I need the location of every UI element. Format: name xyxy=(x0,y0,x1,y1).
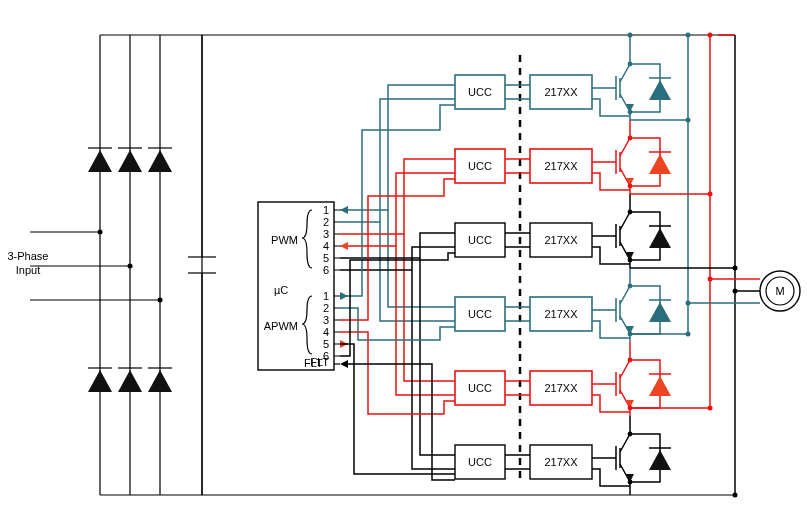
input-label-2: Input xyxy=(16,264,40,276)
rectifier-diode-c-bot xyxy=(148,368,172,392)
svg-text:5: 5 xyxy=(323,252,329,264)
svg-text:UCC: UCC xyxy=(468,382,492,394)
igbt-1 xyxy=(604,35,671,120)
svg-text:UCC: UCC xyxy=(468,456,492,468)
apwm-wiring xyxy=(340,105,455,474)
svg-text:1: 1 xyxy=(323,290,329,302)
svg-text:3: 3 xyxy=(323,228,329,240)
svg-marker-4 xyxy=(118,370,142,392)
three-phase-input: 3-Phase Input xyxy=(8,230,163,303)
svg-point-73 xyxy=(708,406,713,411)
svg-point-53 xyxy=(628,184,633,189)
driver-row-5: UCC 217XX xyxy=(455,371,592,405)
svg-point-7 xyxy=(128,264,133,269)
svg-text:UCC: UCC xyxy=(468,308,492,320)
rectifier-diode-c-top xyxy=(148,148,172,172)
svg-point-74 xyxy=(733,266,738,271)
svg-marker-84 xyxy=(340,206,348,214)
pwm-label: PWM xyxy=(271,234,298,246)
svg-text:UCC: UCC xyxy=(468,86,492,98)
rectifier-diode-b-bot xyxy=(118,368,142,392)
svg-point-57 xyxy=(628,258,633,263)
svg-text:217XX: 217XX xyxy=(544,456,578,468)
svg-point-60 xyxy=(628,284,633,289)
svg-point-56 xyxy=(628,210,633,215)
svg-text:217XX: 217XX xyxy=(544,160,578,172)
svg-point-71 xyxy=(686,332,691,337)
svg-point-81 xyxy=(628,33,633,38)
svg-marker-0 xyxy=(88,150,112,172)
svg-marker-1 xyxy=(118,150,142,172)
svg-text:1: 1 xyxy=(323,204,329,216)
igbt-2 xyxy=(604,120,671,194)
inverter-diagram: 3-Phase Input 1 2 3 4 5 6 PWM µC 1 2 3 4… xyxy=(0,0,807,519)
svg-text:4: 4 xyxy=(323,326,329,338)
rectifier-diode-b-top xyxy=(118,148,142,172)
driver-row-1: UCC 217XX xyxy=(455,75,592,109)
svg-marker-63 xyxy=(649,376,671,396)
svg-point-49 xyxy=(628,110,633,115)
pwm-wiring xyxy=(340,85,455,469)
igbt-6 xyxy=(604,416,671,495)
svg-text:6: 6 xyxy=(323,264,329,276)
svg-marker-47 xyxy=(649,80,671,100)
svg-point-82 xyxy=(686,33,691,38)
svg-text:4: 4 xyxy=(323,240,329,252)
svg-point-70 xyxy=(686,118,691,123)
uc-label: µC xyxy=(274,284,288,296)
svg-marker-86 xyxy=(340,292,348,300)
svg-point-8 xyxy=(158,298,163,303)
svg-text:217XX: 217XX xyxy=(544,382,578,394)
motor-label: M xyxy=(775,285,784,297)
svg-text:UCC: UCC xyxy=(468,160,492,172)
svg-text:217XX: 217XX xyxy=(544,86,578,98)
svg-marker-59 xyxy=(649,302,671,322)
svg-text:2: 2 xyxy=(323,216,329,228)
svg-marker-55 xyxy=(649,228,671,248)
svg-point-78 xyxy=(733,289,738,294)
input-label-1: 3-Phase xyxy=(8,250,49,262)
svg-text:217XX: 217XX xyxy=(544,308,578,320)
svg-text:3: 3 xyxy=(323,314,329,326)
driver-row-4: UCC 217XX xyxy=(455,297,592,331)
svg-marker-67 xyxy=(649,450,671,470)
driver-row-6: UCC 217XX xyxy=(455,445,592,479)
rectifier-diode-a-bot xyxy=(88,368,112,392)
svg-point-75 xyxy=(733,493,738,498)
svg-point-80 xyxy=(686,301,691,306)
fault-label-real: FLT xyxy=(304,357,323,369)
fault-arrow-icon xyxy=(340,360,348,368)
svg-point-48 xyxy=(628,62,633,67)
driver-row-3: UCC 217XX xyxy=(455,223,592,257)
svg-point-83 xyxy=(708,33,713,38)
motor: M xyxy=(688,271,800,311)
svg-marker-5 xyxy=(148,370,172,392)
svg-point-72 xyxy=(708,192,713,197)
igbt-5 xyxy=(604,342,671,416)
svg-point-69 xyxy=(628,480,633,485)
svg-point-6 xyxy=(98,230,103,235)
microcontroller: 1 2 3 4 5 6 PWM µC 1 2 3 4 5 6 APWM FLT xyxy=(258,202,340,370)
svg-point-64 xyxy=(628,358,633,363)
svg-marker-3 xyxy=(88,370,112,392)
igbt-3 xyxy=(604,194,671,268)
svg-point-79 xyxy=(708,277,713,282)
svg-point-52 xyxy=(628,136,633,141)
svg-marker-51 xyxy=(649,154,671,174)
igbt-4 xyxy=(604,268,671,342)
svg-text:217XX: 217XX xyxy=(544,234,578,246)
apwm-label: APWM xyxy=(264,320,298,332)
svg-text:5: 5 xyxy=(323,338,329,350)
svg-point-68 xyxy=(628,432,633,437)
svg-text:2: 2 xyxy=(323,302,329,314)
svg-text:UCC: UCC xyxy=(468,234,492,246)
rectifier-diode-a-top xyxy=(88,148,112,172)
driver-row-2: UCC 217XX xyxy=(455,149,592,183)
svg-marker-85 xyxy=(340,242,348,250)
svg-marker-2 xyxy=(148,150,172,172)
